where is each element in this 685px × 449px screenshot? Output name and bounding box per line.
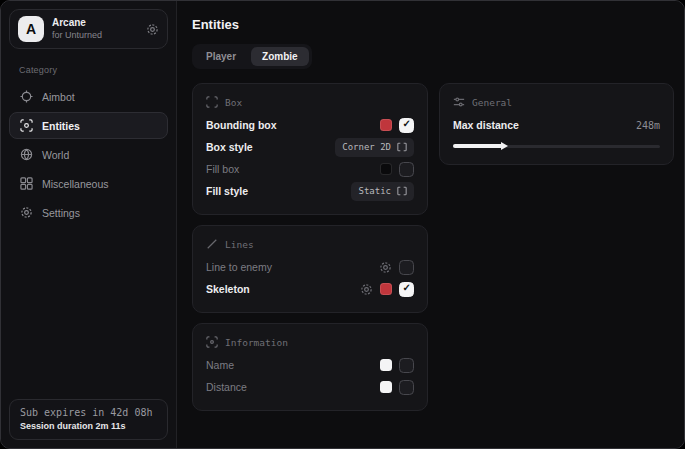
setting-label: Skeleton [206,283,250,295]
grid-icon [20,177,33,190]
color-swatch[interactable] [380,381,392,393]
subscription-card: Sub expires in 42d 08h Session duration … [9,399,168,440]
setting-row-bounding-box: Bounding box [206,114,414,136]
setting-row-distance: Distance [206,376,414,398]
checkbox[interactable] [399,118,414,133]
dropdown-value: Corner 2D [342,142,391,152]
app-logo: A [18,16,44,42]
setting-label: Box style [206,141,253,153]
checkbox[interactable] [399,260,414,275]
gear-icon[interactable] [379,261,392,274]
dropdown-value: Static [358,186,391,196]
color-swatch[interactable] [380,119,392,131]
information-card: Information Name Distance [192,323,428,411]
crosshair-icon [20,90,33,103]
sidebar-item-label: Settings [42,207,80,219]
gear-icon[interactable] [360,283,373,296]
box-style-dropdown[interactable]: Corner 2D [335,138,414,157]
slider-fill [453,144,503,148]
gear-icon [20,206,33,219]
card-title: General [472,97,512,108]
setting-label: Line to enemy [206,261,272,273]
sidebar-item-settings[interactable]: Settings [9,199,168,226]
checkbox[interactable] [399,358,414,373]
scan-eye-icon [206,336,218,348]
sidebar-item-label: Miscellaneous [42,178,109,190]
app-name: Arcane [52,17,138,30]
sidebar-item-aimbot[interactable]: Aimbot [9,83,168,110]
setting-label: Fill style [206,185,248,197]
sidebar-nav: Aimbot Entities World [9,83,168,226]
setting-label: Max distance [453,119,519,131]
tab-zombie[interactable]: Zombie [251,47,309,66]
app-window: A Arcane for Unturned Category Aimbot [0,0,685,449]
setting-row-name: Name [206,354,414,376]
scan-icon [20,119,33,132]
lines-card: Lines Line to enemy [192,225,428,313]
sidebar-item-entities[interactable]: Entities [9,112,168,139]
sidebar-item-label: Entities [42,120,80,132]
fill-style-dropdown[interactable]: Static [351,182,414,201]
sliders-icon [453,96,465,108]
max-distance-value: 248m [636,120,660,131]
setting-label: Name [206,359,234,371]
box-card: Box Bounding box Box style Corner 2D [192,83,428,215]
setting-label: Fill box [206,163,239,175]
setting-row-skeleton: Skeleton [206,278,414,300]
color-swatch[interactable] [380,359,392,371]
app-subtitle: for Unturned [52,30,138,41]
setting-row-fill-style: Fill style Static [206,180,414,202]
setting-label: Distance [206,381,247,393]
gear-icon[interactable] [146,23,159,36]
page-title: Entities [192,17,674,32]
sidebar-item-world[interactable]: World [9,141,168,168]
card-title: Information [225,337,288,348]
category-label: Category [19,65,168,75]
checkbox[interactable] [399,380,414,395]
brand-card: A Arcane for Unturned [9,9,168,49]
sidebar-item-label: Aimbot [42,91,75,103]
session-duration-text: Session duration 2m 11s [20,421,157,431]
sub-expires-text: Sub expires in 42d 08h [20,407,157,418]
setting-row-line-to-enemy: Line to enemy [206,256,414,278]
slider-thumb[interactable] [501,142,508,150]
box-scan-icon [206,96,218,108]
tab-player[interactable]: Player [195,47,247,66]
select-icon [397,142,407,152]
setting-row-max-distance: Max distance 248m [453,114,660,136]
card-title: Box [225,97,242,108]
sidebar: A Arcane for Unturned Category Aimbot [1,1,177,448]
setting-label: Bounding box [206,119,277,131]
checkbox[interactable] [399,162,414,177]
main-panel: Entities Player Zombie Box [177,1,684,448]
card-title: Lines [225,239,254,250]
color-swatch[interactable] [380,283,392,295]
setting-row-box-style: Box style Corner 2D [206,136,414,158]
select-icon [397,186,407,196]
max-distance-slider[interactable] [453,140,660,152]
sidebar-item-miscellaneous[interactable]: Miscellaneous [9,170,168,197]
general-card: General Max distance 248m [439,83,674,165]
line-icon [206,238,218,250]
setting-row-fill-box: Fill box [206,158,414,180]
entity-tabs: Player Zombie [192,44,312,69]
checkbox[interactable] [399,282,414,297]
globe-icon [20,148,33,161]
color-swatch[interactable] [380,163,392,175]
sidebar-item-label: World [42,149,69,161]
